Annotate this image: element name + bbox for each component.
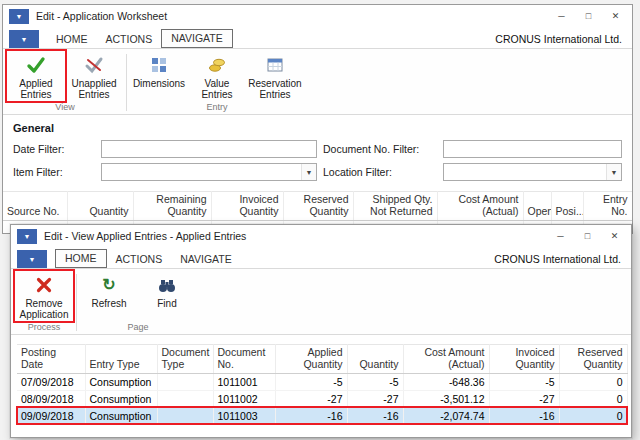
cell-cost-amount[interactable]: -3,501.12 [403,390,489,407]
column-header[interactable]: Shipped Qty. Not Returned [353,192,437,221]
column-header[interactable]: Quantity [347,345,403,374]
titlebar[interactable]: ▼ Edit - Application Worksheet ─ □ ✕ [3,5,632,27]
grid-header-row: Source No. Quantity Remaining Quantity I… [3,192,632,221]
cell-entry-type[interactable]: Consumption [85,407,157,424]
column-header[interactable]: Remaining Quantity [133,192,211,221]
cell-quantity[interactable]: -16 [347,407,403,424]
close-button[interactable]: ✕ [601,228,628,245]
cell-invoiced-quantity[interactable]: -27 [489,390,559,407]
dimensions-icon [150,55,168,75]
cell-document-type[interactable] [157,373,213,390]
applied-entries-window: ▼ Edit - View Applied Entries - Applied … [10,224,632,438]
applied-entries-label: Applied Entries [9,78,63,100]
cell-invoiced-quantity[interactable]: -5 [489,373,559,390]
cell-reserved-quantity[interactable]: 0 [559,390,627,407]
unapply-icon [84,55,104,75]
chevron-down-icon: ▼ [16,13,23,20]
column-header[interactable]: Quantity [67,192,133,221]
document-no-filter-input[interactable] [443,140,622,158]
date-filter-label: Date Filter: [13,143,95,155]
minimize-button[interactable]: ─ [547,228,574,245]
cell-document-type[interactable] [157,390,213,407]
column-header[interactable]: Cost Amount (Actual) [403,345,489,374]
cell-applied-quantity[interactable]: -27 [275,390,347,407]
cell-applied-quantity[interactable]: -5 [275,373,347,390]
chevron-down-icon: ▼ [24,233,31,240]
tab-home[interactable]: HOME [47,31,97,48]
table-row[interactable]: 08/09/2018 Consumption 1011002 -27 -27 -… [17,390,627,407]
find-button[interactable]: Find [138,271,196,310]
app-menu-icon[interactable]: ▼ [9,9,29,24]
ribbon-group-label-entry: Entry [130,102,304,114]
close-button[interactable]: ✕ [602,8,629,25]
cell-posting-date[interactable]: 07/09/2018 [17,373,85,390]
tab-actions[interactable]: ACTIONS [107,251,172,268]
column-header[interactable]: Document Type [157,345,213,374]
company-name: CRONUS International Ltd. [494,253,621,268]
column-header[interactable]: Reserved Quantity [283,192,353,221]
value-entries-button[interactable]: Value Entries [188,51,246,101]
cell-quantity[interactable]: -27 [347,390,403,407]
cell-document-no[interactable]: 1011001 [213,373,275,390]
minimize-button[interactable]: ─ [548,8,575,25]
ribbon-separator [76,274,77,331]
tab-navigate[interactable]: NAVIGATE [171,251,241,268]
cell-document-type[interactable] [157,407,213,424]
column-header[interactable]: Applied Quantity [275,345,347,374]
column-header[interactable]: Invoiced Quantity [211,192,283,221]
cell-applied-quantity[interactable]: -16 [275,407,347,424]
location-filter-input[interactable] [443,163,622,181]
cell-posting-date[interactable]: 09/09/2018 [17,407,85,424]
reservation-entries-button[interactable]: Reservation Entries [246,51,304,101]
refresh-button[interactable]: ↻ Refresh [80,271,138,310]
application-menu-button[interactable]: ▼ [17,250,47,268]
cell-posting-date[interactable]: 08/09/2018 [17,390,85,407]
column-header[interactable]: Cost Amount (Actual) [437,192,523,221]
cell-document-no[interactable]: 1011002 [213,390,275,407]
cell-reserved-quantity[interactable]: 0 [559,373,627,390]
location-filter-dropdown-icon[interactable]: ▼ [606,164,621,180]
maximize-button[interactable]: □ [575,8,602,25]
tab-actions[interactable]: ACTIONS [97,31,162,48]
app-menu-icon[interactable]: ▼ [17,229,37,244]
column-header[interactable]: Source No. [3,192,67,221]
titlebar[interactable]: ▼ Edit - View Applied Entries - Applied … [11,225,631,247]
cell-invoiced-quantity[interactable]: -16 [489,407,559,424]
remove-application-label: Remove Application [17,298,71,320]
cell-cost-amount[interactable]: -2,074.74 [403,407,489,424]
tab-navigate[interactable]: NAVIGATE [161,29,233,48]
item-filter-dropdown-icon[interactable]: ▼ [301,164,316,180]
date-filter-input[interactable] [101,140,317,158]
dimensions-button[interactable]: Dimensions [130,51,188,90]
item-filter-input[interactable] [101,163,317,181]
cell-entry-type[interactable]: Consumption [85,373,157,390]
refresh-label: Refresh [91,298,126,309]
application-menu-button[interactable]: ▼ [9,30,39,48]
cell-document-no[interactable]: 1011003 [213,407,275,424]
general-fasttab-header[interactable]: General [13,122,622,134]
ribbon: Remove Application Process ↻ Refresh Fin… [11,269,631,335]
cell-quantity[interactable]: -5 [347,373,403,390]
column-header[interactable]: Document No. [213,345,275,374]
column-header[interactable]: Posi... [551,192,583,221]
unapplied-entries-button[interactable]: Unapplied Entries [65,51,123,101]
maximize-button[interactable]: □ [574,228,601,245]
cell-reserved-quantity[interactable]: 0 [559,407,627,424]
cell-entry-type[interactable]: Consumption [85,390,157,407]
table-row[interactable]: 07/09/2018 Consumption 1011001 -5 -5 -64… [17,373,627,390]
tab-home[interactable]: HOME [55,249,107,268]
ribbon-group-label-page: Page [80,322,196,334]
binoculars-icon [157,275,177,295]
column-header[interactable]: Invoiced Quantity [489,345,559,374]
cell-cost-amount[interactable]: -648.36 [403,373,489,390]
chevron-down-icon: ▼ [21,36,28,43]
remove-application-button[interactable]: Remove Application [15,271,73,321]
applied-entries-button[interactable]: Applied Entries [7,51,65,101]
table-row-selected[interactable]: 09/09/2018 Consumption 1011003 -16 -16 -… [17,407,627,424]
application-worksheet-window: ▼ Edit - Application Worksheet ─ □ ✕ ▼ H… [2,4,633,234]
column-header[interactable]: Reserved Quantity [559,345,627,374]
column-header[interactable]: Entry Type [85,345,157,374]
column-header[interactable]: Posting Date [17,345,85,374]
column-header[interactable]: Entry No. [583,192,632,221]
column-header[interactable]: Open [523,192,551,221]
